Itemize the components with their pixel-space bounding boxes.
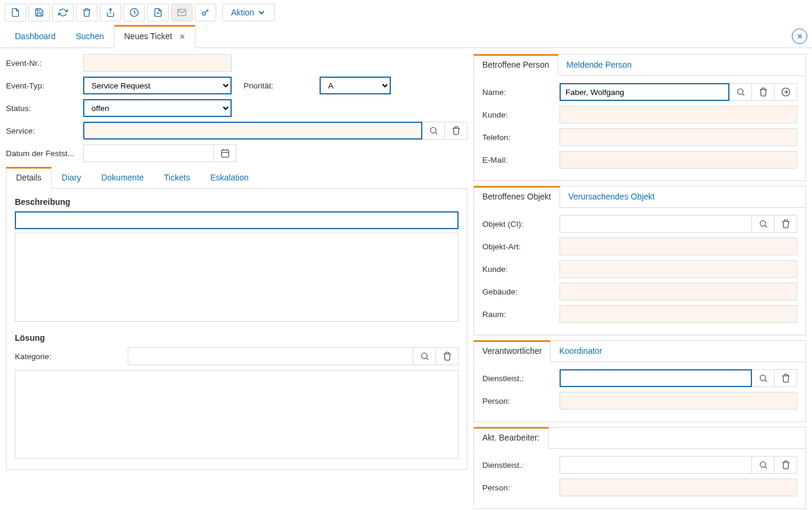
kunde-label: Kunde: <box>482 110 560 119</box>
dienst-clear-button[interactable] <box>775 369 797 387</box>
person-panel: Betroffene Person Meldende Person Name: … <box>473 54 806 181</box>
tab-dashboard[interactable]: Dashboard <box>5 25 66 48</box>
aktion-dropdown[interactable]: Aktion <box>222 4 275 21</box>
akt-bearbeiter-panel: Akt. Bearbeiter: Dienstleist.: Person: <box>473 427 806 509</box>
date-input[interactable] <box>83 144 214 162</box>
art-input[interactable] <box>560 237 797 255</box>
description-title-input[interactable] <box>15 211 459 229</box>
chevron-down-icon <box>257 8 266 17</box>
tab-label: Suchen <box>76 31 104 41</box>
solution-heading: Lösung <box>15 333 459 343</box>
tab-dokumente[interactable]: Dokumente <box>91 167 154 189</box>
new-doc-button[interactable] <box>5 4 26 21</box>
tab-koordinator[interactable]: Koordinator <box>550 340 611 362</box>
akt-person-input[interactable] <box>560 479 797 496</box>
pdf-button[interactable] <box>147 4 169 21</box>
ci-label: Objekt (CI): <box>482 220 560 229</box>
trash-icon <box>451 126 461 135</box>
ci-input[interactable] <box>560 215 752 233</box>
tab-verantwortlicher[interactable]: Verantwortlicher <box>473 340 551 362</box>
save-button[interactable] <box>29 4 50 21</box>
date-picker-button[interactable] <box>214 144 236 162</box>
tab-meldende-person[interactable]: Meldende Person <box>558 54 641 76</box>
tab-neues-ticket[interactable]: Neues Ticket ✕ <box>114 25 195 48</box>
name-input[interactable] <box>560 83 729 101</box>
akt-dienst-search-button[interactable] <box>752 456 775 474</box>
ci-search-button[interactable] <box>752 215 775 233</box>
share-button[interactable] <box>100 4 121 21</box>
telefon-input[interactable] <box>560 128 797 146</box>
person-label: Person: <box>482 397 560 406</box>
name-search-button[interactable] <box>729 83 752 101</box>
event-type-label: Event-Typ: <box>6 81 83 90</box>
tab-label: Dashboard <box>15 31 56 41</box>
tab-diary[interactable]: Diary <box>52 167 91 189</box>
date-label: Datum der Festst... <box>6 149 83 158</box>
pdf-icon <box>153 8 163 17</box>
email-input[interactable] <box>560 151 797 169</box>
kunde-input[interactable] <box>560 106 797 123</box>
status-select[interactable]: offen <box>83 99 232 117</box>
service-input[interactable] <box>83 122 422 140</box>
svg-point-10 <box>760 462 765 467</box>
tab-suchen[interactable]: Suchen <box>66 25 114 48</box>
ci-clear-button[interactable] <box>775 215 797 233</box>
tab-betroffenes-objekt[interactable]: Betroffenes Objekt <box>473 186 560 208</box>
tab-details[interactable]: Details <box>6 167 52 189</box>
obj-kunde-label: Kunde: <box>482 265 560 274</box>
dienst-input[interactable] <box>560 369 752 387</box>
tab-verursachendes-objekt[interactable]: Verursachendes Objekt <box>560 186 664 208</box>
raum-label: Raum: <box>482 310 560 319</box>
category-clear-button[interactable] <box>436 347 459 365</box>
calendar-icon <box>220 148 230 158</box>
raum-input[interactable] <box>560 305 797 323</box>
category-input[interactable] <box>128 347 413 365</box>
gebaeude-input[interactable] <box>560 283 797 300</box>
responsible-panel: Verantwortlicher Koordinator Dienstleist… <box>473 340 806 422</box>
trash-icon <box>759 87 768 97</box>
key-icon <box>201 8 210 17</box>
category-search-button[interactable] <box>413 347 436 365</box>
name-clear-button[interactable] <box>752 83 775 101</box>
key-button[interactable] <box>195 4 216 21</box>
refresh-button[interactable] <box>52 4 74 21</box>
description-heading: Beschreibung <box>15 197 459 207</box>
delete-button[interactable] <box>76 4 97 21</box>
tab-betroffene-person[interactable]: Betroffene Person <box>473 54 558 76</box>
tab-label: Akt. Bearbeiter: <box>482 433 540 442</box>
main-tabs: Dashboard Suchen Neues Ticket ✕ ✕ <box>0 25 812 48</box>
service-search-button[interactable] <box>422 122 445 140</box>
event-nr-input[interactable] <box>83 54 232 72</box>
tab-label: Betroffene Person <box>482 60 549 69</box>
description-body-textarea[interactable] <box>15 233 459 322</box>
akt-dienst-input[interactable] <box>560 456 752 474</box>
search-icon <box>759 219 768 229</box>
service-clear-button[interactable] <box>445 122 467 140</box>
share-icon <box>106 8 115 17</box>
priority-select[interactable]: A <box>320 77 391 94</box>
detail-tabs: Details Diary Dokumente Tickets Eskalati… <box>6 167 467 189</box>
telefon-label: Telefon: <box>482 133 560 142</box>
category-label: Kategorie: <box>15 352 128 361</box>
trash-icon <box>781 460 791 470</box>
akt-dienst-clear-button[interactable] <box>775 456 797 474</box>
close-all-button[interactable]: ✕ <box>792 28 807 44</box>
details-section: Beschreibung Lösung Kategorie: <box>6 189 467 470</box>
solution-body-textarea[interactable] <box>15 370 459 459</box>
tab-label: Eskalation <box>210 173 249 182</box>
resp-person-input[interactable] <box>560 392 797 410</box>
event-type-select[interactable]: Service Request <box>83 77 232 94</box>
obj-kunde-input[interactable] <box>560 260 797 278</box>
close-icon[interactable]: ✕ <box>179 33 185 41</box>
search-icon <box>429 126 438 135</box>
tab-akt-bearbeiter[interactable]: Akt. Bearbeiter: <box>473 427 549 449</box>
search-icon <box>420 351 429 361</box>
tab-eskalation[interactable]: Eskalation <box>200 167 259 189</box>
name-goto-button[interactable] <box>775 83 797 101</box>
file-icon <box>11 8 20 17</box>
dienst-search-button[interactable] <box>752 369 775 387</box>
tab-tickets[interactable]: Tickets <box>154 167 200 189</box>
tab-label: Neues Ticket <box>124 31 172 41</box>
history-button[interactable] <box>124 4 145 21</box>
tab-label: Meldende Person <box>567 60 632 69</box>
